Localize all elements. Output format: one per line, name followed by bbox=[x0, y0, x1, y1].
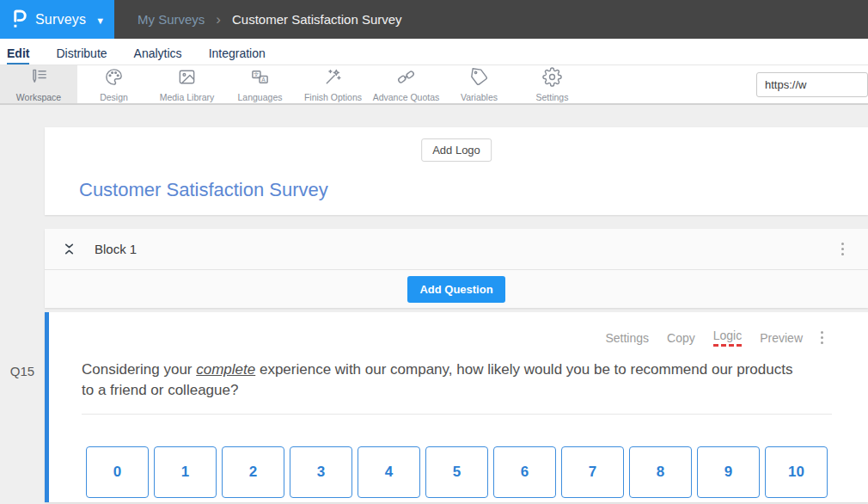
breadcrumb: My Surveys › Customer Satisfaction Surve… bbox=[138, 0, 402, 39]
question-text-emphasis: complete bbox=[196, 361, 255, 378]
question-divider bbox=[82, 414, 832, 415]
breadcrumb-current-survey: Customer Satisfaction Survey bbox=[232, 12, 402, 27]
toolbar-item-languages[interactable]: 文 A Languages bbox=[223, 65, 296, 103]
question-menu-kebab-icon[interactable] bbox=[817, 328, 827, 347]
block-card: Block 1 Add Question bbox=[45, 229, 868, 308]
block-header: Block 1 bbox=[45, 229, 868, 270]
svg-text:A: A bbox=[261, 76, 266, 82]
tab-analytics[interactable]: Analytics bbox=[134, 46, 182, 65]
translate-icon: 文 A bbox=[250, 67, 270, 90]
question-card: Settings Copy Logic Preview Considering … bbox=[45, 312, 868, 502]
nps-option-0[interactable]: 0 bbox=[86, 446, 149, 498]
nps-option-10[interactable]: 10 bbox=[765, 446, 828, 498]
main-nav-tabs: Edit Distribute Analytics Integration bbox=[0, 39, 868, 65]
image-icon bbox=[177, 67, 197, 90]
question-settings-link[interactable]: Settings bbox=[605, 331, 649, 345]
questionpro-logo-icon bbox=[11, 9, 28, 30]
survey-title[interactable]: Customer Satisfaction Survey bbox=[79, 179, 328, 201]
question-row: Q15 Settings Copy Logic Preview Consider… bbox=[0, 312, 868, 502]
toolbar-item-design[interactable]: Design bbox=[77, 65, 150, 103]
toolbar-item-finish-options[interactable]: Finish Options bbox=[296, 65, 370, 103]
breadcrumb-chevron-icon: › bbox=[216, 11, 221, 28]
question-actions: Settings Copy Logic Preview bbox=[49, 312, 868, 347]
question-logic-link[interactable]: Logic bbox=[713, 329, 742, 347]
toolbar-item-settings[interactable]: Settings bbox=[516, 65, 589, 103]
svg-text:文: 文 bbox=[254, 71, 259, 77]
question-preview-link[interactable]: Preview bbox=[760, 331, 803, 345]
chain-links-icon bbox=[396, 67, 416, 90]
chevron-down-icon: ▼ bbox=[95, 15, 105, 26]
survey-url-input[interactable] bbox=[756, 72, 868, 97]
nps-option-8[interactable]: 8 bbox=[629, 446, 692, 498]
breadcrumb-my-surveys[interactable]: My Surveys bbox=[138, 12, 205, 27]
nps-option-2[interactable]: 2 bbox=[222, 446, 284, 498]
nps-option-6[interactable]: 6 bbox=[493, 446, 556, 498]
block-title[interactable]: Block 1 bbox=[95, 242, 137, 256]
nps-option-3[interactable]: 3 bbox=[290, 446, 352, 498]
product-switcher[interactable]: Surveys ▼ bbox=[0, 0, 114, 39]
workspace-icon bbox=[29, 67, 49, 90]
nps-option-9[interactable]: 9 bbox=[697, 446, 760, 498]
survey-editor-canvas: Add Logo Customer Satisfaction Survey Bl… bbox=[0, 127, 868, 502]
edit-toolbar: Workspace Design Media Library 文 bbox=[0, 65, 868, 105]
question-copy-link[interactable]: Copy bbox=[667, 331, 695, 345]
toolbar-item-media-library[interactable]: Media Library bbox=[150, 65, 223, 103]
toolbar-item-workspace[interactable]: Workspace bbox=[0, 65, 77, 103]
nps-option-5[interactable]: 5 bbox=[425, 446, 488, 498]
nps-option-7[interactable]: 7 bbox=[561, 446, 624, 498]
toolbar-item-advance-quotas[interactable]: Advance Quotas bbox=[370, 65, 443, 103]
block-body: Add Question bbox=[45, 270, 868, 308]
top-header: Surveys ▼ My Surveys › Customer Satisfac… bbox=[0, 0, 868, 39]
question-text[interactable]: Considering your complete experience wit… bbox=[82, 360, 804, 401]
survey-header-card: Add Logo Customer Satisfaction Survey bbox=[45, 127, 868, 215]
survey-url-container bbox=[756, 65, 868, 103]
nps-option-1[interactable]: 1 bbox=[154, 446, 217, 498]
gear-icon bbox=[542, 67, 562, 90]
nps-scale: 0 1 2 3 4 5 6 7 8 9 10 bbox=[86, 446, 868, 498]
nps-option-4[interactable]: 4 bbox=[358, 446, 420, 498]
block-menu-kebab-icon[interactable] bbox=[838, 239, 847, 259]
collapse-block-icon[interactable] bbox=[63, 243, 76, 255]
add-question-button[interactable]: Add Question bbox=[407, 276, 504, 303]
product-name: Surveys bbox=[35, 12, 86, 28]
tab-edit[interactable]: Edit bbox=[7, 46, 29, 65]
tag-icon bbox=[469, 67, 489, 90]
wand-icon bbox=[323, 67, 343, 90]
tab-distribute[interactable]: Distribute bbox=[56, 46, 107, 65]
tab-integration[interactable]: Integration bbox=[209, 46, 266, 65]
add-logo-button[interactable]: Add Logo bbox=[421, 138, 492, 162]
question-id-label: Q15 bbox=[0, 364, 45, 378]
palette-icon bbox=[104, 67, 124, 90]
toolbar-item-variables[interactable]: Variables bbox=[443, 65, 516, 103]
